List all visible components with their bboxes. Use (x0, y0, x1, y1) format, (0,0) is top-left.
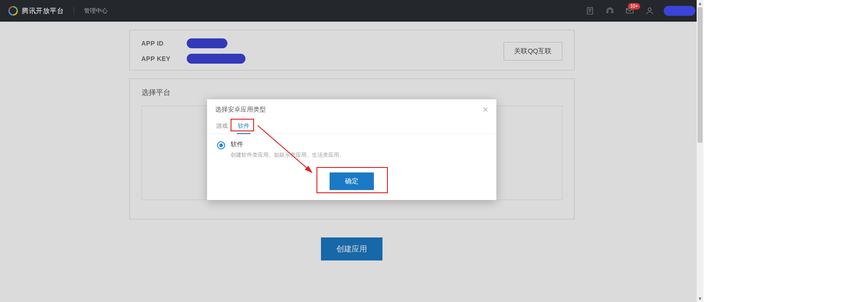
user-name-redacted[interactable] (664, 6, 695, 16)
vertical-scrollbar[interactable]: ▲ ▼ (697, 0, 703, 302)
brand-title: 腾讯开放平台 (22, 7, 64, 15)
tab-game[interactable]: 游戏 (215, 120, 229, 134)
svg-point-2 (648, 8, 651, 11)
messages-badge: 10+ (628, 3, 640, 9)
scroll-thumb[interactable] (698, 7, 703, 143)
brand-logo-icon (8, 6, 18, 16)
option-subtitle: 创建软件类应用。如娱乐类应用、生活类应用。 (231, 151, 344, 159)
messages-icon[interactable]: 10+ (624, 5, 636, 17)
docs-icon[interactable] (584, 5, 596, 17)
modal-title: 选择安卓应用类型 (215, 106, 266, 114)
scroll-up-button[interactable]: ▲ (697, 0, 703, 7)
option-radio-software[interactable] (217, 141, 225, 149)
option-title: 软件 (231, 140, 344, 149)
scroll-down-button[interactable]: ▼ (697, 295, 703, 302)
modal-body: 软件 创建软件类应用。如娱乐类应用、生活类应用。 (207, 134, 496, 163)
management-center-link[interactable]: 管理中心 (84, 7, 108, 15)
modal-footer: 确定 (207, 163, 496, 200)
modal-tabs: 游戏 软件 (207, 120, 496, 134)
support-icon[interactable] (604, 5, 616, 17)
tab-software[interactable]: 软件 (237, 120, 250, 134)
select-app-type-modal: 选择安卓应用类型 × 游戏 软件 软件 创建软件类应用。如娱乐类应用、生活类应用… (207, 99, 496, 200)
brand-block: 腾讯开放平台 管理中心 (8, 6, 108, 16)
app-header: 腾讯开放平台 管理中心 10+ (0, 0, 703, 22)
header-divider (74, 7, 74, 15)
modal-header: 选择安卓应用类型 × (207, 99, 496, 120)
close-icon[interactable]: × (482, 105, 488, 115)
confirm-button[interactable]: 确定 (330, 172, 374, 190)
header-right: 10+ (584, 5, 695, 17)
option-software[interactable]: 软件 创建软件类应用。如娱乐类应用、生活类应用。 (217, 140, 486, 159)
user-icon[interactable] (644, 5, 656, 17)
svg-rect-1 (587, 8, 593, 14)
